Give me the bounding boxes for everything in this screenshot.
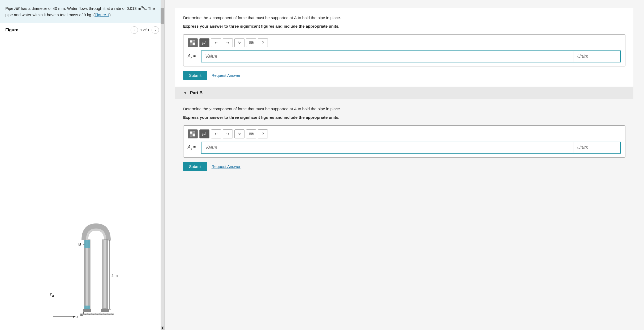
figure-link[interactable]: Figure 1 (95, 12, 109, 17)
svg-marker-3 (73, 316, 76, 318)
dimension-label: 2 m (111, 273, 118, 278)
refresh-btn[interactable]: ↻ (234, 38, 244, 47)
grid-icon-b (190, 131, 196, 137)
part-b-request-answer[interactable]: Request Answer (212, 164, 241, 169)
figure-header: Figure ‹ 1 of 1 › (0, 23, 164, 37)
symbol-btn-1[interactable] (188, 38, 198, 47)
part-b-button-row: Submit Request Answer (183, 162, 625, 171)
svg-rect-8 (84, 240, 90, 248)
next-button[interactable]: › (152, 26, 159, 34)
part-b-help-btn[interactable]: ? (258, 129, 268, 138)
part-a-label: Ax = (188, 54, 198, 59)
scrollbar-thumb[interactable] (161, 8, 164, 24)
svg-rect-35 (193, 134, 195, 136)
problem-statement: Pipe AB has a diameter of 40 mm. Water f… (0, 0, 164, 23)
help-btn[interactable]: ? (258, 38, 268, 47)
part-b-instruction: Express your answer to three significant… (183, 114, 625, 121)
part-a-section: Determine the x-component of force that … (175, 8, 633, 87)
part-a-units-input[interactable] (573, 50, 621, 62)
svg-rect-7 (104, 240, 106, 308)
part-a-submit-button[interactable]: Submit (183, 71, 207, 80)
svg-rect-29 (193, 40, 195, 43)
part-b-problem-text: Determine the y-component of force that … (183, 106, 625, 112)
part-b-input-row: Ay = (188, 142, 621, 154)
part-b-units-input[interactable] (573, 142, 621, 154)
part-b-value-input[interactable] (201, 142, 573, 154)
svg-rect-14 (83, 309, 91, 312)
part-a-button-row: Submit Request Answer (183, 71, 625, 80)
part-b-toolbar: μÅ ↩ ↪ ↻ ⌨ ? (188, 129, 621, 138)
page-indicator: 1 of 1 (140, 28, 149, 32)
svg-rect-32 (190, 132, 192, 134)
figure-nav: ‹ 1 of 1 › (131, 26, 159, 34)
part-b-chevron-icon: ▼ (183, 91, 187, 95)
figure-label: Figure (5, 28, 131, 32)
part-b-answer-box: μÅ ↩ ↪ ↻ ⌨ ? Ay = (183, 125, 625, 158)
left-panel: Pipe AB has a diameter of 40 mm. Water f… (0, 0, 165, 330)
svg-rect-5 (86, 240, 88, 308)
part-a-answer-box: μÅ ↩ ↪ ↻ ⌨ ? Ax = (183, 34, 625, 66)
mu-btn[interactable]: μÅ (199, 38, 209, 47)
svg-rect-28 (190, 40, 192, 43)
b-label: B (78, 242, 81, 246)
part-a-toolbar: μÅ ↩ ↪ ↻ ⌨ ? (188, 38, 621, 47)
part-b-redo-btn[interactable]: ↪ (223, 129, 233, 138)
pipe-svg: y x B (37, 218, 127, 325)
part-b-label: Ay = (188, 145, 198, 150)
undo-btn[interactable]: ↩ (211, 38, 221, 47)
scrollbar-track[interactable]: ▼ (161, 0, 164, 330)
part-b-symbol-btn-1[interactable] (188, 129, 198, 138)
part-b-submit-button[interactable]: Submit (183, 162, 207, 171)
part-b-header[interactable]: ▼ Part B (175, 87, 633, 99)
prev-button[interactable]: ‹ (131, 26, 138, 34)
svg-rect-18 (80, 314, 114, 315)
part-a-instruction: Express your answer to three significant… (183, 23, 625, 29)
part-a-value-input[interactable] (201, 50, 573, 62)
mu-label: μÅ (202, 41, 207, 45)
part-b-refresh-btn[interactable]: ↻ (234, 129, 244, 138)
x-label: x (76, 314, 79, 319)
part-b-content: Determine the y-component of force that … (175, 99, 633, 178)
y-label: y (50, 291, 52, 296)
part-b-keyboard-btn[interactable]: ⌨ (246, 129, 256, 138)
part-b-mu-btn[interactable]: μÅ (199, 129, 209, 138)
svg-marker-2 (52, 294, 54, 297)
svg-rect-33 (193, 132, 195, 134)
figure-area: Figure ‹ 1 of 1 › y x (0, 23, 164, 330)
keyboard-btn[interactable]: ⌨ (246, 38, 256, 47)
part-a-problem-text: Determine the x-component of force that … (183, 15, 625, 21)
figure-canvas: y x B (0, 37, 164, 330)
svg-rect-31 (193, 43, 195, 45)
svg-rect-30 (190, 43, 192, 45)
part-b-undo-btn[interactable]: ↩ (211, 129, 221, 138)
part-a-input-row: Ax = (188, 50, 621, 62)
part-a-request-answer[interactable]: Request Answer (212, 73, 241, 78)
svg-rect-15 (101, 309, 109, 312)
svg-rect-34 (190, 134, 192, 136)
redo-btn[interactable]: ↪ (223, 38, 233, 47)
part-b-mu-label: μÅ (202, 132, 207, 136)
right-panel: Determine the x-component of force that … (165, 0, 644, 330)
problem-text: Pipe AB has a diameter of 40 mm. Water f… (5, 6, 155, 17)
part-b-title: Part B (190, 91, 203, 95)
scroll-down-btn[interactable]: ▼ (161, 326, 164, 330)
grid-icon (190, 40, 196, 45)
